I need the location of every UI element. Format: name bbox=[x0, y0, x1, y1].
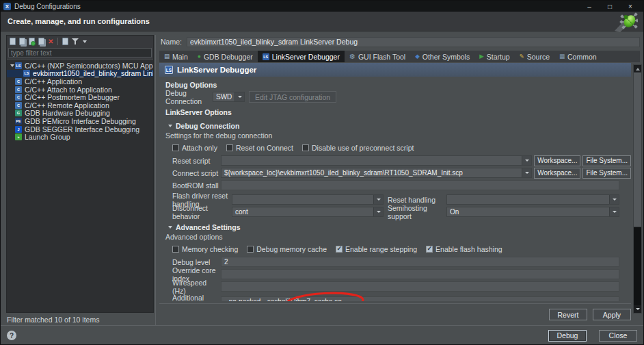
chevron-down-icon[interactable] bbox=[373, 207, 383, 216]
additional-options-input[interactable]: --no-packed --cachelib libm7_cache.so bbox=[221, 296, 619, 301]
expander-icon[interactable] bbox=[10, 64, 14, 67]
cpp-remote-icon: C bbox=[15, 102, 22, 109]
tree-item[interactable]: LS C/C++ (NXP Semiconductors) MCU Applic… bbox=[7, 62, 153, 70]
reset-script-input[interactable] bbox=[221, 155, 532, 166]
gui-flash-tool-tab-icon: ⚙ bbox=[349, 53, 355, 60]
linkserver-debugger-tab-content: LS LinkServer Debugger Debug Options Deb… bbox=[159, 62, 631, 301]
tab-gdb-debugger[interactable]: ● GDB Debugger bbox=[193, 51, 258, 62]
chevron-down-icon[interactable] bbox=[373, 195, 383, 204]
semihosting-support-select[interactable]: On bbox=[446, 207, 619, 217]
new-configuration-icon[interactable] bbox=[10, 38, 16, 45]
tree-item[interactable]: PE GDB PEMicro Interface Debugging bbox=[7, 117, 153, 125]
scroll-up-icon[interactable] bbox=[634, 65, 641, 73]
apply-button[interactable]: Apply bbox=[593, 309, 631, 320]
tree-item-selected[interactable]: LS evkbimxrt1050_iled_blinky_sdram LinkS… bbox=[7, 70, 153, 78]
flash-driver-reset-handling-select[interactable] bbox=[232, 194, 384, 205]
tab-linkserver-debugger[interactable]: LS LinkServer Debugger bbox=[258, 51, 345, 62]
debug-connection-section-header[interactable]: Debug Connection bbox=[168, 122, 631, 130]
export-configuration-icon[interactable] bbox=[29, 38, 35, 45]
chevron-down-icon[interactable] bbox=[234, 92, 244, 101]
linkserver-header-icon: LS bbox=[165, 66, 173, 74]
tab-source[interactable]: ✎ Source bbox=[515, 51, 554, 62]
linkserver-config-type-icon: LS bbox=[15, 62, 22, 69]
linkserver-tab-icon: LS bbox=[263, 53, 269, 60]
close-button[interactable]: Close bbox=[599, 330, 637, 342]
scrollbar-track[interactable] bbox=[634, 227, 641, 305]
tab-startup[interactable]: ▶ Startup bbox=[474, 51, 514, 62]
tree-item[interactable]: C C/C++ Attach to Application bbox=[7, 86, 153, 94]
tree-item[interactable]: C C/C++ Remote Application bbox=[7, 101, 153, 110]
enable-flash-hashing-checkbox[interactable]: Enable flash hashing bbox=[426, 245, 502, 253]
override-core-index-input[interactable] bbox=[221, 269, 619, 279]
tab-main[interactable]: ▤ Main bbox=[159, 51, 193, 62]
debug-connection-select[interactable]: SWD bbox=[213, 92, 245, 102]
scrollbar-thumb[interactable] bbox=[634, 73, 641, 227]
tab-other-symbols[interactable]: ◆ Other Symbols bbox=[410, 51, 474, 62]
tree-item[interactable]: » Launch Group bbox=[7, 133, 153, 141]
advanced-settings-description: Advanced options bbox=[165, 233, 631, 241]
filter-menu-caret-icon[interactable] bbox=[83, 40, 87, 43]
delete-configuration-icon[interactable]: ✕ bbox=[48, 38, 53, 45]
tree-item[interactable]: G GDB Hardware Debugging bbox=[7, 110, 153, 118]
wirespeed-input[interactable] bbox=[221, 281, 619, 292]
edit-jtag-configuration-button[interactable]: Edit JTAG configuration bbox=[249, 91, 336, 103]
scroll-down-icon[interactable] bbox=[634, 305, 641, 313]
debug-bug-icon bbox=[613, 11, 638, 32]
tab-common[interactable]: ▦ Common bbox=[554, 51, 602, 62]
minimize-icon[interactable]: – bbox=[579, 1, 600, 12]
maximize-icon[interactable]: □ bbox=[600, 1, 620, 12]
tree-item[interactable]: C C/C++ Postmortem Debugger bbox=[7, 93, 153, 101]
app-icon: X bbox=[3, 3, 11, 10]
connect-script-filesystem-button[interactable]: File System... bbox=[582, 168, 631, 179]
name-input[interactable] bbox=[187, 37, 640, 47]
debug-memory-cache-checkbox[interactable]: Debug memory cache bbox=[247, 245, 327, 253]
reset-on-connect-checkbox[interactable]: Reset on Connect bbox=[226, 144, 293, 152]
new-prototype-icon[interactable] bbox=[19, 38, 25, 45]
attach-only-checkbox[interactable]: Attach only bbox=[172, 144, 217, 152]
close-icon[interactable]: × bbox=[620, 1, 641, 12]
chevron-down-icon[interactable] bbox=[522, 168, 531, 177]
memory-checking-checkbox[interactable]: Memory checking bbox=[172, 245, 238, 253]
filter-input[interactable] bbox=[8, 48, 152, 58]
filter-icon[interactable] bbox=[72, 38, 79, 45]
window-title: Debug Configurations bbox=[14, 3, 81, 10]
revert-button[interactable]: Revert bbox=[549, 309, 587, 320]
chevron-down-icon[interactable] bbox=[609, 195, 619, 204]
vertical-scrollbar[interactable] bbox=[633, 64, 642, 314]
tab-gui-flash-tool[interactable]: ⚙ GUI Flash Tool bbox=[345, 51, 410, 62]
wirespeed-label: Wirespeed (Hz) bbox=[172, 279, 221, 295]
additional-options-cachelib-value: --cachelib libm7_cache.so bbox=[263, 298, 342, 301]
disconnect-behavior-select[interactable]: cont bbox=[232, 207, 384, 217]
tree-item[interactable]: C C/C++ Application bbox=[7, 77, 153, 86]
chevron-down-icon[interactable] bbox=[609, 207, 619, 216]
name-label: Name: bbox=[161, 38, 182, 46]
tree-item[interactable]: J GDB SEGGER Interface Debugging bbox=[7, 125, 153, 133]
section-collapse-icon[interactable] bbox=[168, 226, 172, 229]
connect-script-input[interactable]: ${workspace_loc}\evkbimxrt1050_iled_blin… bbox=[221, 168, 532, 178]
panel-divider[interactable] bbox=[155, 35, 156, 325]
launch-group-icon: » bbox=[15, 133, 22, 140]
debug-level-input[interactable]: 2 bbox=[221, 257, 619, 267]
connect-script-label: Connect script bbox=[172, 169, 221, 177]
reset-script-workspace-button[interactable]: Workspace... bbox=[534, 155, 580, 166]
gdb-hardware-icon: G bbox=[15, 110, 22, 116]
help-icon[interactable]: ? bbox=[7, 331, 16, 340]
collapse-all-icon[interactable] bbox=[62, 38, 68, 45]
cpp-attach-icon: C bbox=[15, 86, 22, 93]
section-collapse-icon[interactable] bbox=[168, 125, 172, 127]
tree-toolbar: ✕ bbox=[7, 36, 153, 47]
chevron-down-icon[interactable] bbox=[522, 156, 531, 165]
disable-preconnect-script-checkbox[interactable]: Disable use of preconnect script bbox=[302, 144, 414, 152]
page-title: LinkServer Debugger bbox=[177, 66, 256, 74]
bootrom-stall-input[interactable] bbox=[221, 180, 619, 190]
banner-heading: Create, manage, and run configurations bbox=[8, 17, 150, 25]
segger-icon: J bbox=[15, 126, 22, 133]
reset-script-filesystem-button[interactable]: File System... bbox=[582, 155, 631, 166]
debug-button[interactable]: Debug bbox=[548, 330, 587, 342]
enable-range-stepping-checkbox[interactable]: Enable range stepping bbox=[336, 245, 417, 253]
reset-handling-label: Reset handling bbox=[384, 196, 446, 204]
connect-script-workspace-button[interactable]: Workspace... bbox=[534, 168, 580, 179]
reset-handling-select[interactable] bbox=[446, 194, 619, 205]
advanced-settings-section-header[interactable]: Advanced Settings bbox=[168, 223, 631, 231]
duplicate-configuration-icon[interactable] bbox=[38, 38, 44, 45]
